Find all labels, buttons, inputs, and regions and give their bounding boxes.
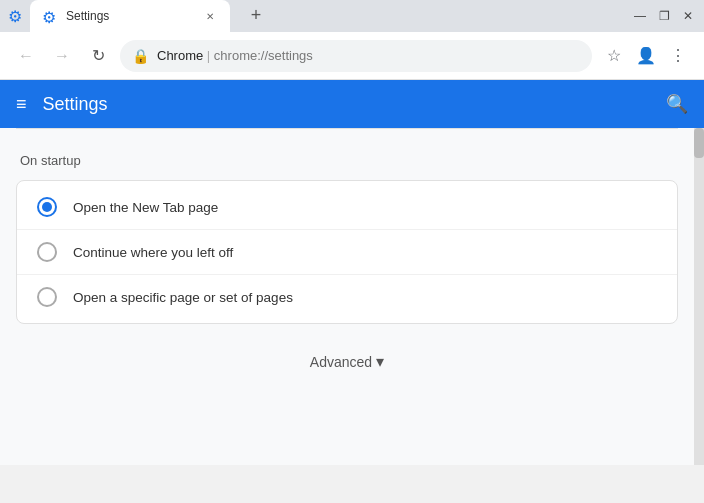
new-tab-button[interactable]: + <box>242 1 270 29</box>
top-divider <box>16 128 678 129</box>
on-startup-label: On startup <box>0 145 694 180</box>
new-tab-radio[interactable] <box>37 197 57 217</box>
omnibox[interactable]: 🔒 Chrome | chrome://settings <box>120 40 592 72</box>
new-tab-label: Open the New Tab page <box>73 200 218 215</box>
minimize-button[interactable]: — <box>632 8 648 24</box>
close-window-button[interactable]: ✕ <box>680 8 696 24</box>
tab-favicon-icon: ⚙ <box>42 8 58 24</box>
advanced-label: Advanced <box>310 354 372 370</box>
advanced-section[interactable]: Advanced ▾ <box>0 324 694 387</box>
hamburger-menu-icon[interactable]: ≡ <box>16 94 27 115</box>
continue-label: Continue where you left off <box>73 245 233 260</box>
continue-option[interactable]: Continue where you left off <box>17 230 677 275</box>
site-info-icon: 🔒 <box>132 48 149 64</box>
startup-options-card: Open the New Tab page Continue where you… <box>16 180 678 324</box>
url-display: Chrome | chrome://settings <box>157 48 580 63</box>
advanced-chevron-icon: ▾ <box>376 352 384 371</box>
scrollbar-thumb[interactable] <box>694 128 704 158</box>
specific-label: Open a specific page or set of pages <box>73 290 293 305</box>
title-bar: ⚙ ⚙ Settings ✕ + — ❐ ✕ <box>0 0 704 32</box>
back-button[interactable]: ← <box>12 42 40 70</box>
settings-header: ≡ Settings 🔍 <box>0 80 704 128</box>
specific-radio[interactable] <box>37 287 57 307</box>
specific-page-option[interactable]: Open a specific page or set of pages <box>17 275 677 319</box>
active-tab[interactable]: ⚙ Settings ✕ <box>30 0 230 32</box>
new-tab-option[interactable]: Open the New Tab page <box>17 185 677 230</box>
content-area: On startup Open the New Tab page Continu… <box>0 128 704 465</box>
restore-button[interactable]: ❐ <box>656 8 672 24</box>
reload-button[interactable]: ↻ <box>84 42 112 70</box>
settings-page-title: Settings <box>43 94 650 115</box>
settings-favicon-icon: ⚙ <box>8 7 22 26</box>
forward-button[interactable]: → <box>48 42 76 70</box>
chrome-menu-button[interactable]: ⋮ <box>664 42 692 70</box>
address-bar: ← → ↻ 🔒 Chrome | chrome://settings ☆ 👤 ⋮ <box>0 32 704 80</box>
window-controls: — ❐ ✕ <box>632 8 696 24</box>
settings-search-icon[interactable]: 🔍 <box>666 93 688 115</box>
tab-close-button[interactable]: ✕ <box>202 8 218 24</box>
tab-title: Settings <box>66 9 194 23</box>
bookmark-button[interactable]: ☆ <box>600 42 628 70</box>
continue-radio[interactable] <box>37 242 57 262</box>
scrollbar-track[interactable] <box>694 128 704 465</box>
account-button[interactable]: 👤 <box>632 42 660 70</box>
address-actions: ☆ 👤 ⋮ <box>600 42 692 70</box>
